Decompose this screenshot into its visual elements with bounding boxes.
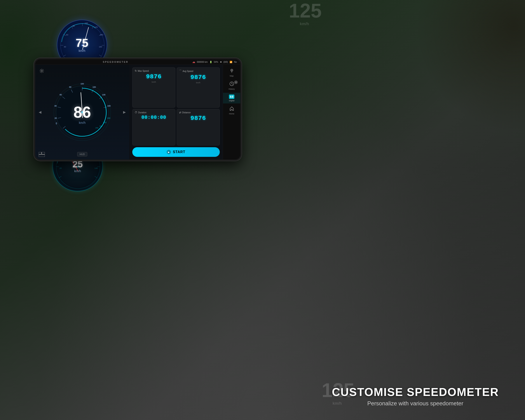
settings-button[interactable] [38,67,45,74]
svg-text:220: 220 [99,125,102,127]
svg-text:120: 120 [93,86,96,88]
svg-text:100: 100 [85,22,88,24]
svg-point-42 [41,70,42,72]
svg-text:240: 240 [95,127,98,129]
svg-text:60: 60 [59,94,62,96]
svg-text:200: 200 [103,121,106,124]
hud-label: HUD [80,153,85,155]
signal-value: No [234,61,237,63]
layout-button[interactable] [38,152,45,157]
device-body: ◀ [35,65,240,160]
svg-line-10 [92,26,93,29]
speedometer-main-area: ◀ [35,65,129,160]
home-icon [229,106,234,112]
svg-rect-73 [39,155,45,157]
digital-label: Digital [229,100,234,102]
avg-speed-icon: ⌒ [179,69,182,73]
history-label: History [228,88,235,90]
nav-item-map[interactable]: Map [223,67,240,79]
svg-line-13 [99,55,101,56]
odometer-value: 000000 km [197,61,207,63]
svg-text:60: 60 [66,34,68,36]
main-headline: CUSTOMISE SPEEDOMETER [332,386,499,398]
stat-card-avg-speed: ⌒ Avg Speed 9876 km/h [177,67,220,108]
svg-text:125: 125 [289,0,322,22]
svg-text:140: 140 [100,34,103,36]
svg-rect-71 [39,152,41,154]
history-icon [229,81,234,87]
nav-item-digital[interactable]: 68 Digital [223,93,240,104]
stat-card-max-speed: ↻ Max Speed 9876 km/h [132,67,175,108]
stats-grid: ↻ Max Speed 9876 km/h ⌒ Avg Speed 9876 k… [132,67,220,145]
max-speed-unit: km/h [152,81,156,83]
distance-value: 9876 [190,115,206,122]
svg-text:20: 20 [55,117,57,119]
text-overlay: CUSTOMISE SPEEDOMETER Personalize with v… [332,386,499,407]
nav-right-button[interactable]: ▶ [122,110,127,115]
svg-rect-72 [42,152,45,154]
svg-line-32 [95,176,97,178]
svg-text:20: 20 [59,167,62,169]
map-label: Map [230,75,234,77]
start-button[interactable]: ▶ START [132,147,220,157]
status-right: 🚗 000000 km 🔋 54% ✖ (0/0) 📶 No [192,61,237,63]
svg-line-24 [59,176,61,178]
map-icon [229,68,234,74]
start-label: START [173,150,185,154]
svg-line-78 [232,84,233,84]
svg-text:140: 140 [94,167,98,169]
svg-text:100: 100 [80,83,84,85]
float-speed-25-unit: km/h [74,169,81,173]
odometer-icon: 🚗 [192,61,195,63]
distance-label: Distance [182,111,191,114]
right-arrow-icon: ▶ [123,110,126,114]
svg-text:120: 120 [94,26,98,28]
svg-text:80: 80 [69,86,71,88]
main-speedometer-gauge: 0 20 40 60 80 100 120 [52,82,113,143]
svg-line-5 [63,55,66,56]
max-speed-icon: ↻ [135,69,137,72]
digital-icon: 68 [229,95,234,99]
avg-speed-label: Avg Speed [183,70,193,72]
battery-icon: 🔋 [209,61,212,63]
trees-right [416,0,525,131]
svg-text:km/h: km/h [300,22,309,26]
distance-icon: ⇄ [179,111,181,114]
gps-icon: ✖ [220,61,222,63]
svg-text:40: 40 [64,46,66,48]
signal-icon: 📶 [230,61,232,63]
avg-speed-value: 9876 [190,74,206,81]
duration-icon: ⏱ [135,111,137,114]
nav-item-history[interactable]: + History [223,80,240,92]
left-arrow-icon: ◀ [39,110,41,114]
nav-item-home[interactable]: Home [223,104,240,117]
home-label: Home [229,113,234,115]
svg-text:0: 0 [56,122,57,125]
svg-text:180: 180 [107,117,110,119]
sub-headline: Personalize with various speedometer [332,400,499,407]
float-speed-75-unit: km/h [79,49,85,53]
float-speed-75-value: 75 [76,37,88,48]
device-frame: SPEEDOMETER 🚗 000000 km 🔋 54% ✖ (0/0) 📶 … [34,58,242,161]
app-title: SPEEDOMETER [103,61,128,63]
duration-label: Duration [138,111,147,114]
svg-point-75 [231,70,232,71]
svg-text:140: 140 [102,94,105,96]
history-badge: + [234,80,238,84]
svg-text:40: 40 [55,105,57,107]
main-speed-value: 86 [74,104,91,120]
avg-speed-unit: km/h [196,82,200,84]
stat-card-duration: ⏱ Duration 00:00:00 [132,109,175,145]
nav-left-button[interactable]: ◀ [38,110,43,115]
start-icon: ▶ [167,150,171,154]
status-bar: SPEEDOMETER 🚗 000000 km 🔋 54% ✖ (0/0) 📶 … [35,59,240,65]
duration-value: 00:00:00 [141,115,166,120]
main-speed-unit: km/h [79,121,85,124]
battery-value: 54% [214,61,218,63]
svg-text:160: 160 [107,105,111,107]
hud-button[interactable]: HUD [77,152,87,156]
sidebar-nav: Map + History 68 Digital [223,65,240,160]
bg-speed-top-right: 125 km/h [278,0,339,36]
max-speed-value: 9876 [146,73,162,80]
svg-text:80: 80 [73,25,75,27]
